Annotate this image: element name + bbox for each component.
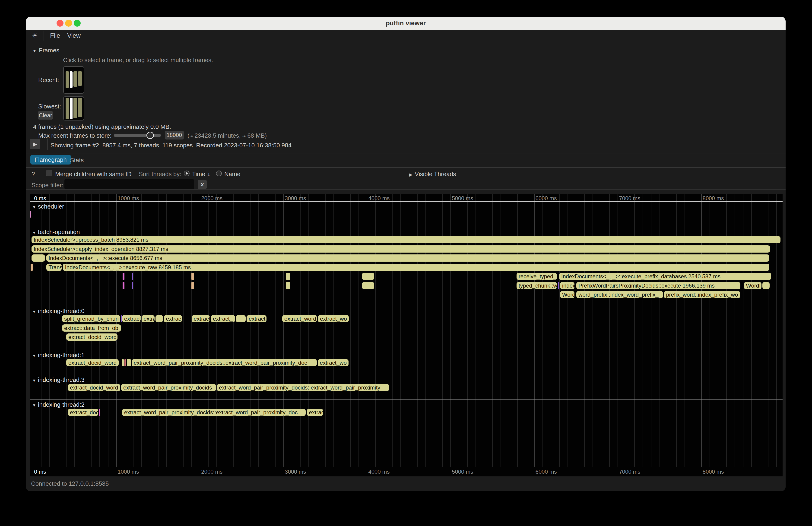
scope-bar[interactable]: prefix_word::index_prefix_wo (664, 291, 740, 298)
frame-bar[interactable] (78, 71, 82, 86)
thread-header-batch-operation[interactable]: ▼batch-operation (32, 229, 80, 236)
scope-bar[interactable]: extract_word (282, 315, 317, 322)
top-ruler-tick: 0 ms (34, 195, 46, 202)
thread-header-indexing-thread:2[interactable]: ▼indexing-thread:2 (32, 401, 85, 408)
scope-bar[interactable]: WordPr (744, 282, 762, 289)
scope-bar-small[interactable] (362, 273, 374, 280)
scope-bar-small[interactable] (558, 282, 559, 289)
slowest-frames-thumbnail[interactable] (63, 97, 84, 120)
scope-bar[interactable]: extract_word_pair_proximity_docids::extr… (122, 409, 306, 416)
scope-bar[interactable]: extract::data_from_ob (62, 324, 121, 332)
max-frames-slider-knob[interactable] (146, 132, 154, 139)
scope-bar-small[interactable] (286, 273, 290, 280)
scope-bar[interactable]: extract_ (211, 315, 235, 322)
frames-section-header[interactable]: ▼Frames (32, 47, 59, 54)
scope-bar[interactable]: extract_word_pair_proximity_docids (121, 384, 216, 391)
scope-bar[interactable]: PrefixWordPairsProximityDocids::execute … (576, 282, 740, 289)
minor-gridline (484, 194, 484, 467)
scope-bar[interactable]: word_prefix::index_word_prefix_ (576, 291, 663, 298)
frame-bar[interactable] (70, 71, 73, 88)
scope-bar-small[interactable] (121, 315, 122, 322)
scope-bar[interactable]: extract_wo (318, 315, 349, 322)
scope-bar-small[interactable] (125, 359, 126, 366)
scope-bar[interactable]: IndexScheduler>::process_batch 8953.821 … (31, 236, 781, 243)
scope-bar-small[interactable] (122, 273, 125, 280)
scope-bar-small[interactable] (286, 282, 290, 289)
thread-header-indexing-thread:1[interactable]: ▼indexing-thread:1 (32, 351, 85, 359)
frame-bar[interactable] (78, 98, 82, 117)
scope-bar-small[interactable] (236, 315, 246, 322)
scope-bar-small[interactable] (30, 210, 31, 218)
tab-flamegraph[interactable]: Flamegraph (30, 155, 71, 164)
scope-bar-small[interactable] (191, 273, 194, 280)
thread-header-indexing-thread:3[interactable]: ▼indexing-thread:3 (32, 376, 85, 383)
minor-gridline (634, 194, 635, 467)
scope-bar[interactable]: extract_ (192, 315, 210, 322)
help-button[interactable]: ? (31, 171, 35, 178)
scope-bar[interactable]: extract_doc (68, 409, 99, 416)
collapse-triangle-icon: ▼ (32, 205, 36, 209)
top-ruler-tick: 6000 ms (536, 195, 557, 202)
scope-bar[interactable]: extract_wo (318, 359, 349, 366)
tab-stats[interactable]: Stats (70, 157, 84, 164)
scope-bar[interactable]: IndexDocuments<_, _>::execute_raw 8459.1… (63, 264, 769, 271)
max-frames-value[interactable]: 18000 (165, 131, 184, 140)
sort-name-radio[interactable] (216, 171, 222, 176)
sort-time-radio[interactable] (184, 171, 190, 176)
scope-bar[interactable]: split_grenad_by_chun (62, 315, 120, 322)
clear-button[interactable]: Clear (38, 111, 53, 120)
scope-bar[interactable]: extract_docid_word (66, 359, 119, 366)
scope-bar[interactable]: extract_docid_word (68, 384, 120, 391)
scope-bar[interactable]: extract (247, 315, 266, 322)
sort-direction-arrow-icon[interactable]: ↓ (207, 171, 210, 178)
scope-bar[interactable]: extrac (164, 315, 182, 322)
scope-bar-small[interactable] (127, 359, 130, 366)
frame-bar[interactable] (70, 98, 73, 119)
merge-children-checkbox[interactable] (46, 170, 53, 176)
scope-bar-small[interactable] (122, 359, 124, 366)
clear-filter-button[interactable]: x (198, 180, 207, 189)
scope-bar[interactable]: IndexDocuments<_, _>::execute 8656.677 m… (46, 254, 769, 262)
scope-bar[interactable]: typed_chunk::w (517, 282, 557, 289)
recent-frames-thumbnail[interactable] (63, 66, 84, 93)
scope-bar[interactable]: IndexDocuments<_, _>::execute_prefix_dat… (559, 273, 771, 280)
frame-bar[interactable] (73, 98, 77, 118)
play-button[interactable]: ▶ (30, 139, 40, 149)
minor-gridline (542, 194, 543, 467)
scope-bar[interactable]: IndexScheduler>::apply_index_operation 8… (31, 245, 770, 252)
scope-bar[interactable]: extract (122, 315, 141, 322)
scope-bar[interactable]: index (560, 282, 575, 289)
scope-bar[interactable]: Word (560, 291, 575, 298)
frame-info: Showing frame #2, 8957.4 ms, 7 threads, … (50, 142, 293, 149)
scope-bar[interactable]: extract_docid_word (66, 334, 117, 341)
scope-bar[interactable]: extract_word_pair_proximity_docids::extr… (217, 384, 389, 391)
scope-bar[interactable]: Trans (46, 264, 62, 271)
frame-bar[interactable] (66, 98, 69, 119)
menu-file[interactable]: File (50, 32, 60, 39)
scope-bar-small[interactable] (763, 282, 770, 289)
scope-bar-small[interactable] (191, 282, 194, 289)
frame-bar[interactable] (66, 71, 69, 88)
minor-gridline (718, 194, 719, 467)
flamegraph-canvas[interactable]: 0 ms1000 ms2000 ms3000 ms4000 ms5000 ms6… (30, 194, 783, 477)
scope-bar-small[interactable] (362, 282, 374, 289)
minor-gridline (601, 194, 601, 467)
menu-view[interactable]: View (67, 32, 81, 39)
scope-bar-small[interactable] (99, 409, 100, 416)
theme-toggle-sun-icon[interactable]: ☀ (32, 32, 38, 39)
scope-bar-small[interactable] (122, 282, 125, 289)
visible-threads-toggle[interactable]: ▶Visible Threads (409, 171, 456, 178)
scope-bar[interactable]: receive_typed_ (517, 273, 557, 280)
frame-bar[interactable] (73, 71, 77, 87)
scope-bar[interactable]: extrac (307, 409, 323, 416)
scope-bar[interactable]: extra (142, 315, 155, 322)
thread-header-indexing-thread:0[interactable]: ▼indexing-thread:0 (32, 307, 85, 315)
scope-bar-small[interactable] (156, 315, 163, 322)
scope-bar[interactable]: extract_word_pair_proximity_docids::extr… (132, 359, 317, 366)
scope-bar-small[interactable] (31, 264, 33, 271)
scope-bar-small[interactable] (31, 254, 45, 262)
scope-bar-small[interactable] (132, 273, 133, 280)
scope-filter-input[interactable] (64, 179, 194, 189)
thread-header-scheduler[interactable]: ▼scheduler (32, 203, 64, 210)
scope-bar-small[interactable] (132, 282, 133, 289)
